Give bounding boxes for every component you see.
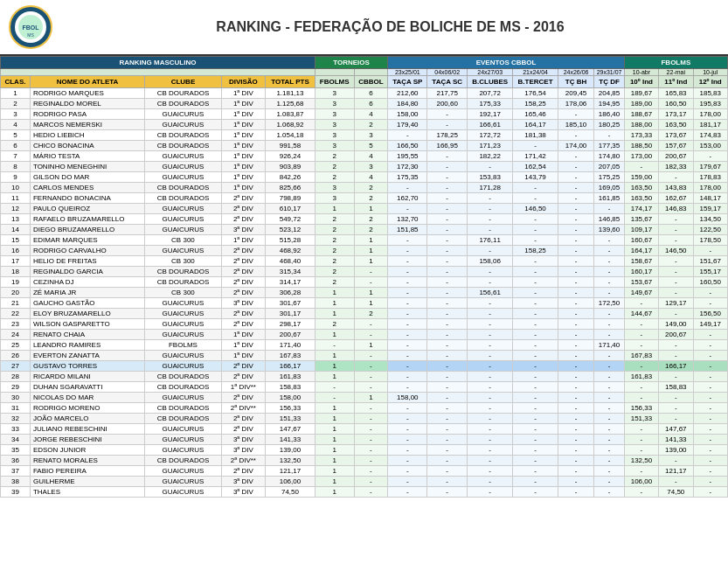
date-bclub: 24x27/03 [467,69,512,76]
col-totalpts: TOTAL PTS [266,76,315,88]
table-row: 25LEANDRO RAMIRESFBOLMS1ª DIV171,40-1---… [1,340,728,351]
table-row: 1RODRIGO MARQUESCB DOURADOS1ª DIV1.181,1… [1,88,728,99]
date-bterc: 21x24/04 [513,69,558,76]
date-tcbh: 24x26/06 [558,69,594,76]
col-bclubes: B.CLUBES [467,76,512,88]
col-cbbol: CBBOL [354,76,388,88]
table-row: 18REGINALDO GARCIACB DOURADOS2ª DIV315,3… [1,267,728,277]
section-fbolms-label: FBOLMS [624,57,727,69]
table-row: 6CHICO BONACINACB DOURADOS1ª DIV991,5835… [1,141,728,151]
table-row: 29DUHAN SGARAVATTICB DOURADOS1ª DIV**158… [1,382,728,393]
table-row: 12PAULO QUEIROZGUAICURUS2ª DIV610,1711--… [1,204,728,214]
table-row: 26EVERTON ZANATTAGUAICURUS1ª DIV167,831-… [1,351,728,361]
table-row: 15EDIMAR MARQUESCB 3001ª DIV515,2821--17… [1,235,728,246]
header: FBOL MS RANKING - FEDERAÇÃO DE BOLICHE D… [0,0,728,56]
col-divisao: DIVISÃO [221,76,265,88]
date-10ind: 10-abr [624,69,658,76]
table-row: 23WILSON GASPARETTOGUAICURUS2ª DIV298,17… [1,319,728,330]
col-11ind: 11º Ind [659,76,693,88]
col-nome: NOME DO ATLETA [30,76,144,88]
table-row: 5HEDIO LIEBICHCB DOURADOS1ª DIV1.054,183… [1,130,728,141]
table-row: 20ZÉ MARIA JRCB 3002ª DIV306,2811--156,6… [1,288,728,298]
date-tcdf: 29x31/07 [594,69,624,76]
col-tacasc: TAÇA SC [427,76,468,88]
table-row: 32JOÃO MARCELOCB DOURADOS2ª DIV151,331--… [1,414,728,424]
table-row: 21GAUCHO GASTÃOGUAICURUS3ª DIV301,6711--… [1,298,728,309]
table-row: 2REGINALDO MORELCB DOURADOS1ª DIV1.125,6… [1,99,728,109]
col-btercet: B.TERCET [513,76,558,88]
col-fbolms: FBOLMS [315,76,354,88]
table-row: 10CARLOS MENDESCB DOURADOS1ª DIV825,6632… [1,183,728,193]
table-row: 9GILSON DO MARGUAICURUS1ª DIV842,2624175… [1,172,728,183]
col-tcdf: TÇ DF [594,76,624,88]
page-title: RANKING - FEDERAÇÃO DE BOLICHE DE MS - 2… [61,19,719,35]
table-row: 36RENATO MORALESCB DOURADOS2ª DIV**132,5… [1,456,728,466]
section-ranking-row: RANKING MASCULINO TORNEIOS EVENTOS CBBOL… [1,57,728,69]
col-clas: CLAS. [1,76,31,88]
table-row: 16RODRIGO CARVALHOGUAICURUS2ª DIV468,922… [1,246,728,256]
col-clube: CLUBE [145,76,222,88]
table-row: 7MÁRIO TESTAGUAICURUS1ª DIV926,2424195,5… [1,151,728,162]
col-12ind: 12º Ind [693,76,728,88]
section-ranking-label: RANKING MASCULINO [1,57,315,69]
date-tacasp: 23x25/01 [388,69,427,76]
logo-icon: FBOL MS [9,5,52,49]
ranking-table: RANKING MASCULINO TORNEIOS EVENTOS CBBOL… [0,56,728,498]
table-row: 27GUSTAVO TORRESGUAICURUS2ª DIV166,171--… [1,361,728,372]
date-tacasc: 04x06/02 [427,69,468,76]
table-row: 39THALESGUAICURUS3ª DIV74,501--------74,… [1,487,728,498]
table-row: 33JULIANO REBESCHINIGUAICURUS2ª DIV147,6… [1,424,728,435]
table-row: 3RODRIGO PASAGUAICURUS1ª DIV1.083,873415… [1,109,728,120]
svg-text:MS: MS [27,32,34,38]
table-row: 37FABIO PEREIRAGUAICURUS2ª DIV121,171---… [1,466,728,477]
section-torneios-label: TORNEIOS [315,57,387,69]
col-tcbh: TÇ BH [558,76,594,88]
table-row: 35EDSON JUNIORGUAICURUS3ª DIV139,001----… [1,445,728,456]
date-11ind: 22-mai [659,69,693,76]
table-row: 8TONINHO MENEGHINIGUAICURUS1ª DIV903,892… [1,162,728,172]
table-row: 14DIEGO BRUZAMARELLOGUAICURUS3ª DIV523,1… [1,225,728,235]
col-10ind: 10º Ind [624,76,658,88]
table-row: 24RENATO CHAIAGUAICURUS1ª DIV200,671----… [1,330,728,340]
table-row: 38GUILHERMEGUAICURUS3ª DIV106,001-------… [1,477,728,487]
table-row: 30NICOLAS DO MARGUAICURUS2ª DIV158,00-11… [1,393,728,403]
col-tacasp: TAÇA SP [388,76,427,88]
date-header-row: 23x25/01 04x06/02 24x27/03 21x24/04 24x2… [1,69,728,76]
table-row: 34JORGE REBESCHINIGUAICURUS3ª DIV141,331… [1,435,728,445]
table-row: 4MARCOS NEMERSKIGUAICURUS1ª DIV1.068,923… [1,120,728,130]
table-row: 11FERNANDO BONACINACB DOURADOS2ª DIV798,… [1,193,728,204]
col-header-row: CLAS. NOME DO ATLETA CLUBE DIVISÃO TOTAL… [1,76,728,88]
table-row: 17HELIO DE FREITASCB 3002ª DIV468,4021--… [1,256,728,267]
section-eventos-label: EVENTOS CBBOL [388,57,624,69]
table-row: 28RICARDO MILANICB DOURADOS2ª DIV161,831… [1,372,728,382]
svg-text:FBOL: FBOL [22,24,39,31]
table-row: 13RAFAELO BRUZAMARELLOGUAICURUS2ª DIV549… [1,214,728,225]
table-row: 31RODRIGO MORENOCB DOURADOS2ª DIV**156,3… [1,403,728,414]
table-row: 19CEZINHA DJCB DOURADOS2ª DIV314,172----… [1,277,728,288]
date-12ind: 10-jul [693,69,728,76]
table-row: 22ELOY BRUZAMARELLOGUAICURUS2ª DIV301,17… [1,309,728,319]
